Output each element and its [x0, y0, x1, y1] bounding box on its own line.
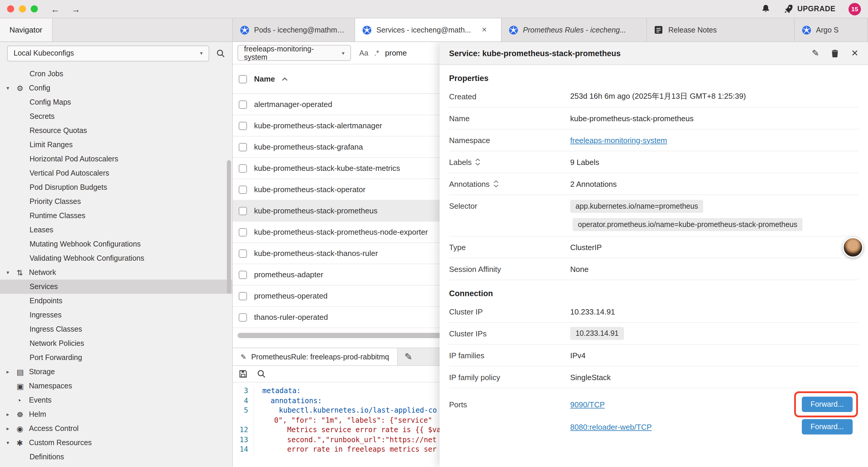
sidebar-item-access-control[interactable]: ▸◉Access Control — [0, 421, 232, 436]
expand-collapse-icon[interactable] — [475, 158, 481, 166]
sidebar-item-config[interactable]: ▾⚙Config — [0, 81, 232, 95]
property-label: Cluster IPs — [449, 329, 570, 338]
window-close-button[interactable] — [7, 5, 14, 12]
window-zoom-button[interactable] — [31, 5, 38, 12]
match-case-toggle[interactable]: Aa — [359, 49, 368, 57]
sidebar-item-network-policies[interactable]: Network Policies — [0, 337, 232, 351]
row-checkbox[interactable] — [239, 292, 247, 300]
sidebar-item-runtime-classes[interactable]: Runtime Classes — [0, 209, 232, 223]
sidebar-item-ingresses[interactable]: Ingresses — [0, 308, 232, 322]
forward-button[interactable]: → — [71, 4, 80, 14]
kubeconfig-select[interactable]: Local Kubeconfigs ▾ — [7, 45, 209, 61]
chevron-right-icon[interactable]: ▸ — [6, 426, 17, 432]
sidebar-item-namespaces[interactable]: ▣Namespaces — [0, 379, 232, 393]
namespace-link[interactable]: freeleaps-monitoring-system — [570, 136, 667, 145]
tab-services[interactable]: Services - icecheng@math... ✕ — [355, 18, 502, 41]
chevron-down-icon[interactable]: ▾ — [6, 440, 17, 446]
namespace-select[interactable]: freeleaps-monitoring-system ▾ — [238, 45, 351, 61]
sidebar-item-events[interactable]: ◔Events — [0, 393, 232, 407]
row-checkbox[interactable] — [239, 100, 247, 109]
sidebar-item-ingress-classes[interactable]: Ingress Classes — [0, 322, 232, 337]
sidebar-item-validating-webhook-configurations[interactable]: Validating Webhook Configurations — [0, 251, 232, 265]
kubernetes-icon — [240, 25, 249, 35]
search-input[interactable]: Aa .* prome — [359, 49, 407, 57]
notifications-bell-icon[interactable] — [761, 4, 771, 13]
chevron-down-icon[interactable]: ▾ — [6, 85, 17, 91]
row-checkbox[interactable] — [239, 143, 247, 151]
row-checkbox[interactable] — [239, 121, 247, 130]
close-tab-icon[interactable]: ✕ — [482, 26, 487, 34]
sidebar-item-config-maps[interactable]: Config Maps — [0, 95, 232, 109]
expand-collapse-icon[interactable] — [493, 180, 498, 187]
sidebar-item-resource-quotas[interactable]: Resource Quotas — [0, 123, 232, 138]
delete-trash-icon[interactable] — [831, 49, 839, 58]
user-avatar[interactable] — [843, 237, 863, 258]
sidebar-item-cron-jobs[interactable]: Cron Jobs — [0, 67, 232, 81]
port-link[interactable]: 9090/TCP — [570, 400, 605, 409]
editor-search-icon[interactable] — [257, 370, 266, 378]
close-drawer-icon[interactable]: ✕ — [851, 48, 859, 59]
sidebar-item-definitions[interactable]: Definitions — [0, 450, 232, 464]
sidebar-item-storage[interactable]: ▸▤Storage — [0, 365, 232, 379]
row-checkbox[interactable] — [239, 164, 247, 172]
sidebar-item-custom-resources[interactable]: ▾✱Custom Resources — [0, 436, 232, 450]
sort-ascending-icon[interactable] — [282, 77, 288, 81]
row-checkbox[interactable] — [239, 270, 247, 279]
forward-button[interactable]: Forward... — [802, 419, 852, 435]
sidebar-scrollbar[interactable] — [227, 160, 231, 294]
service-details-drawer: Service: kube-prometheus-stack-prometheu… — [440, 42, 868, 467]
regex-toggle[interactable]: .* — [374, 49, 379, 57]
sidebar-item-network[interactable]: ▾⇅Network — [0, 265, 232, 280]
sidebar-item-label: Ingress Classes — [30, 325, 82, 333]
sidebar-item-limit-ranges[interactable]: Limit Ranges — [0, 138, 232, 152]
tab-argo[interactable]: Argo S — [795, 18, 868, 41]
row-checkbox[interactable] — [239, 249, 247, 258]
sidebar-item-services[interactable]: Services — [0, 280, 232, 294]
sidebar-item-port-forwarding[interactable]: Port Forwarding — [0, 351, 232, 365]
network-icon: ⇅ — [17, 268, 29, 277]
edit-icon[interactable]: ✎ — [812, 48, 819, 59]
notification-count-badge[interactable]: 15 — [848, 3, 861, 15]
window-minimize-button[interactable] — [19, 5, 26, 12]
chevron-down-icon[interactable]: ▾ — [6, 269, 17, 275]
sidebar-item-vertical-pod-autoscalers[interactable]: Vertical Pod Autoscalers — [0, 166, 232, 180]
sidebar-item-priority-classes[interactable]: Priority Classes — [0, 195, 232, 209]
sidebar-item-helm[interactable]: ▸☸Helm — [0, 407, 232, 421]
port-link[interactable]: 8080:reloader-web/TCP — [570, 422, 652, 431]
service-name: kube-prometheus-stack-grafana — [254, 143, 363, 151]
sidebar-item-label: Horizontal Pod Autoscalers — [30, 155, 118, 163]
sidebar-item-leases[interactable]: Leases — [0, 223, 232, 237]
forward-button[interactable]: Forward... — [802, 397, 852, 412]
tab-pods[interactable]: Pods - icecheng@mathmas... — [233, 18, 355, 41]
editor-tab-prometheusrule[interactable]: ✎ PrometheusRule: freeleaps-prod-rabbitm… — [233, 348, 397, 365]
row-checkbox[interactable] — [239, 185, 247, 194]
tab-navigator[interactable]: Navigator — [0, 18, 52, 41]
select-all-checkbox[interactable] — [239, 75, 247, 83]
row-checkbox[interactable] — [239, 228, 247, 236]
search-icon[interactable] — [216, 49, 225, 58]
name-column-header[interactable]: Name — [254, 75, 275, 83]
chevron-down-icon: ▾ — [342, 50, 344, 56]
sidebar-item-label: Access Control — [29, 425, 79, 433]
line-number: 4 — [233, 396, 254, 406]
chevron-right-icon[interactable]: ▸ — [6, 369, 17, 375]
tab-release-notes[interactable]: Release Notes — [647, 18, 795, 41]
upgrade-button[interactable]: UPGRADE — [784, 4, 836, 13]
sidebar-item-horizontal-pod-autoscalers[interactable]: Horizontal Pod Autoscalers — [0, 152, 232, 166]
row-checkbox[interactable] — [239, 313, 247, 321]
save-icon[interactable] — [239, 370, 248, 378]
sidebar-item-mutating-webhook-configurations[interactable]: Mutating Webhook Configurations — [0, 237, 232, 251]
property-value[interactable]: 2 Annotations — [570, 179, 859, 188]
row-checkbox[interactable] — [239, 207, 247, 215]
kubeconfig-select-value: Local Kubeconfigs — [13, 49, 74, 57]
chevron-right-icon[interactable]: ▸ — [6, 411, 17, 417]
sidebar-item-secrets[interactable]: Secrets — [0, 109, 232, 123]
sidebar-item-endpoints[interactable]: Endpoints — [0, 294, 232, 308]
tab-prometheus-rules[interactable]: Prometheus Rules - icecheng... — [502, 18, 647, 41]
back-button[interactable]: ← — [51, 4, 60, 14]
sidebar-item-label: Leases — [30, 226, 54, 234]
sidebar-item-label: Validating Webhook Configurations — [30, 254, 144, 262]
navigator-sidebar: Local Kubeconfigs ▾ Cron Jobs ▾⚙Config C… — [0, 42, 233, 467]
property-value[interactable]: 9 Labels — [570, 157, 859, 167]
sidebar-item-pod-disruption-budgets[interactable]: Pod Disruption Budgets — [0, 180, 232, 195]
